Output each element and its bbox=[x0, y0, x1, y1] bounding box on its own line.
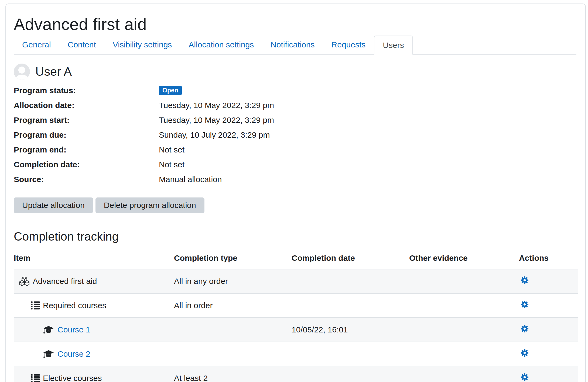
update-allocation-button[interactable]: Update allocation bbox=[14, 197, 93, 213]
other-evidence-cell bbox=[409, 366, 519, 382]
detail-row-allocation-date: Allocation date: Tuesday, 10 May 2022, 3… bbox=[14, 98, 576, 113]
allocation-actions: Update allocation Delete program allocat… bbox=[14, 197, 576, 213]
item-label: Required courses bbox=[43, 301, 106, 310]
other-evidence-cell bbox=[409, 269, 519, 293]
detail-label: Program start: bbox=[14, 116, 159, 125]
detail-row-source: Source: Manual allocation bbox=[14, 172, 576, 187]
allocation-details: Program status: Open Allocation date: Tu… bbox=[14, 83, 576, 187]
detail-value: Not set bbox=[159, 145, 184, 154]
tab-users[interactable]: Users bbox=[374, 36, 413, 55]
detail-label: Allocation date: bbox=[14, 101, 159, 110]
row-actions-button[interactable] bbox=[521, 300, 529, 309]
row-actions-button[interactable] bbox=[521, 349, 529, 358]
table-row: Elective courses At least 2 bbox=[14, 366, 578, 382]
tab-notifications[interactable]: Notifications bbox=[262, 36, 323, 54]
other-evidence-cell bbox=[409, 318, 519, 342]
page-card: Advanced first aid General Content Visib… bbox=[5, 4, 586, 382]
detail-row-program-due: Program due: Sunday, 10 July 2022, 3:29 … bbox=[14, 127, 576, 142]
course-link[interactable]: Course 1 bbox=[57, 325, 90, 335]
page-title: Advanced first aid bbox=[14, 14, 576, 34]
detail-row-program-end: Program end: Not set bbox=[14, 142, 576, 157]
completion-date-cell bbox=[292, 293, 409, 318]
delete-program-allocation-button[interactable]: Delete program allocation bbox=[95, 197, 204, 213]
list-icon bbox=[31, 301, 40, 310]
item-label: Elective courses bbox=[43, 373, 102, 382]
gear-icon bbox=[521, 373, 529, 382]
completion-date-cell bbox=[292, 366, 409, 382]
tab-general[interactable]: General bbox=[14, 36, 59, 54]
graduation-cap-icon bbox=[43, 350, 54, 358]
completion-date-cell bbox=[292, 342, 409, 366]
column-header-completion-type: Completion type bbox=[174, 247, 292, 269]
completion-type-cell bbox=[174, 342, 292, 366]
tab-allocation-settings[interactable]: Allocation settings bbox=[180, 36, 262, 54]
detail-row-program-start: Program start: Tuesday, 10 May 2022, 3:2… bbox=[14, 113, 576, 127]
completion-tracking-heading: Completion tracking bbox=[14, 230, 576, 243]
tab-requests[interactable]: Requests bbox=[323, 36, 374, 54]
completion-tracking-table: Item Completion type Completion date Oth… bbox=[14, 247, 578, 382]
detail-value: Tuesday, 10 May 2022, 3:29 pm bbox=[159, 116, 274, 125]
completion-type-cell: At least 2 bbox=[174, 366, 292, 382]
completion-type-cell: All in order bbox=[174, 293, 292, 318]
tab-bar: General Content Visibility settings Allo… bbox=[14, 36, 576, 55]
detail-label: Program due: bbox=[14, 130, 159, 140]
tab-visibility-settings[interactable]: Visibility settings bbox=[104, 36, 180, 54]
table-row: Advanced first aid All in any order bbox=[14, 269, 578, 293]
detail-label: Source: bbox=[14, 175, 159, 184]
detail-value: Sunday, 10 July 2022, 3:29 pm bbox=[159, 130, 270, 140]
detail-row-completion-date: Completion date: Not set bbox=[14, 157, 576, 172]
gear-icon bbox=[521, 276, 529, 285]
graduation-cap-icon bbox=[43, 325, 54, 334]
avatar bbox=[14, 64, 30, 80]
gear-icon bbox=[521, 300, 529, 309]
other-evidence-cell bbox=[409, 293, 519, 318]
row-actions-button[interactable] bbox=[521, 373, 529, 382]
row-actions-button[interactable] bbox=[521, 325, 529, 334]
gear-icon bbox=[521, 349, 529, 358]
detail-value: Not set bbox=[159, 160, 184, 169]
detail-value: Manual allocation bbox=[159, 175, 222, 184]
completion-date-cell: 10/05/22, 16:01 bbox=[292, 318, 409, 342]
cubes-icon bbox=[19, 277, 29, 286]
detail-value: Tuesday, 10 May 2022, 3:29 pm bbox=[159, 101, 274, 110]
column-header-other-evidence: Other evidence bbox=[409, 247, 519, 269]
table-header-row: Item Completion type Completion date Oth… bbox=[14, 247, 578, 269]
status-badge: Open bbox=[159, 86, 182, 95]
item-label: Advanced first aid bbox=[33, 276, 97, 286]
row-actions-button[interactable] bbox=[521, 276, 529, 285]
other-evidence-cell bbox=[409, 342, 519, 366]
detail-label: Program end: bbox=[14, 145, 159, 154]
user-header: User A bbox=[14, 64, 576, 80]
completion-type-cell bbox=[174, 318, 292, 342]
list-icon bbox=[31, 374, 40, 382]
completion-date-cell bbox=[292, 269, 409, 293]
tab-content[interactable]: Content bbox=[59, 36, 104, 54]
completion-type-cell: All in any order bbox=[174, 269, 292, 293]
table-row: Course 1 10/05/22, 16:01 bbox=[14, 318, 578, 342]
table-row: Course 2 bbox=[14, 342, 578, 366]
column-header-completion-date: Completion date bbox=[292, 247, 409, 269]
detail-row-program-status: Program status: Open bbox=[14, 83, 576, 98]
gear-icon bbox=[521, 325, 529, 334]
course-link[interactable]: Course 2 bbox=[57, 349, 90, 359]
detail-label: Completion date: bbox=[14, 160, 159, 169]
table-row: Required courses All in order bbox=[14, 293, 578, 318]
column-header-item: Item bbox=[14, 247, 174, 269]
user-name: User A bbox=[35, 65, 72, 79]
column-header-actions: Actions bbox=[519, 247, 578, 269]
detail-label: Program status: bbox=[14, 86, 159, 95]
